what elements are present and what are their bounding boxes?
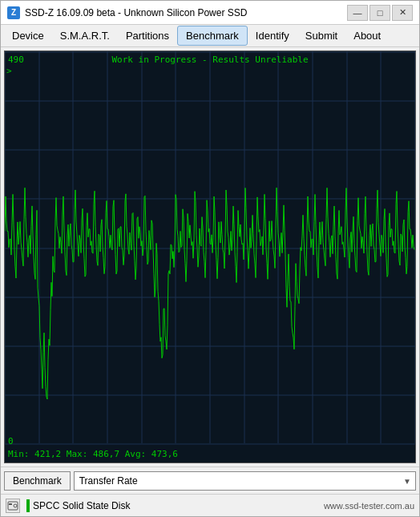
menu-smart[interactable]: S.M.A.R.T.	[52, 26, 118, 45]
app-icon: Z	[7, 6, 20, 19]
title-bar: Z SSD-Z 16.09.09 beta - Unknown Silicon …	[1, 1, 419, 25]
svg-point-25	[14, 504, 17, 507]
chart-min-label: 0	[8, 436, 14, 446]
wave-canvas	[5, 51, 415, 462]
content-area: 490 Work in Progress - Results Unreliabl…	[1, 47, 419, 494]
chart-stats: Min: 421,2 Max: 486,7 Avg: 473,6	[8, 449, 178, 459]
menu-bar: Device S.M.A.R.T. Partitions Benchmark I…	[1, 25, 419, 47]
status-bar: SPCC Solid State Disk www.ssd-tester.com…	[1, 494, 419, 516]
chart-max-label: 490	[8, 55, 24, 65]
status-icon	[6, 499, 20, 513]
transfer-rate-dropdown[interactable]: Transfer Rate	[74, 471, 416, 491]
benchmark-button[interactable]: Benchmark	[4, 471, 71, 491]
drive-icon	[7, 500, 18, 511]
status-disk: SPCC Solid State Disk	[26, 499, 130, 512]
disk-name: SPCC Solid State Disk	[33, 500, 130, 511]
svg-rect-23	[8, 502, 18, 510]
maximize-button[interactable]: □	[370, 5, 390, 21]
main-window: Z SSD-Z 16.09.09 beta - Unknown Silicon …	[0, 0, 420, 517]
title-bar-left: Z SSD-Z 16.09.09 beta - Unknown Silicon …	[7, 6, 247, 19]
svg-rect-24	[9, 503, 12, 505]
close-button[interactable]: ✕	[392, 5, 413, 21]
website-url: www.ssd-tester.com.au	[324, 501, 414, 511]
menu-device[interactable]: Device	[4, 26, 52, 45]
disk-status-indicator	[26, 499, 30, 512]
menu-benchmark[interactable]: Benchmark	[177, 26, 248, 46]
minimize-button[interactable]: —	[347, 5, 368, 21]
menu-partitions[interactable]: Partitions	[118, 26, 177, 45]
chart-wip-text: Work in Progress - Results Unreliable	[111, 55, 308, 65]
menu-submit[interactable]: Submit	[297, 26, 345, 45]
title-controls: — □ ✕	[347, 5, 413, 21]
chart-container: 490 Work in Progress - Results Unreliabl…	[4, 50, 416, 463]
dropdown-container: Transfer Rate ▼	[74, 471, 416, 491]
menu-identify[interactable]: Identify	[248, 26, 297, 45]
window-title: SSD-Z 16.09.09 beta - Unknown Silicon Po…	[25, 7, 247, 18]
menu-about[interactable]: About	[345, 26, 389, 45]
bottom-bar: Benchmark Transfer Rate ▼	[1, 467, 419, 494]
